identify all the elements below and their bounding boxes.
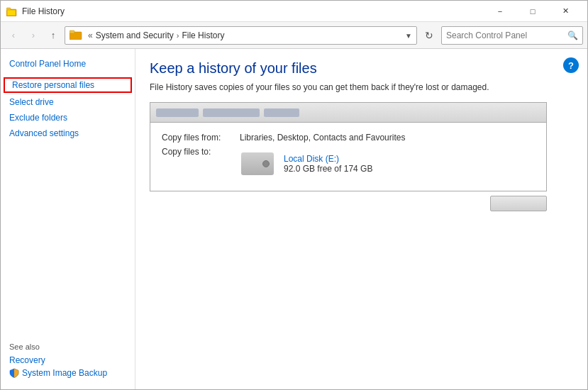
- breadcrumb-prefix: «: [88, 30, 93, 40]
- up-icon: ↑: [51, 30, 56, 40]
- sidebar-exclude-folders[interactable]: Exclude folders: [1, 110, 135, 126]
- back-icon: ‹: [12, 30, 15, 40]
- svg-rect-2: [7, 10, 16, 16]
- copy-to-label: Copy files to:: [162, 147, 240, 157]
- help-button[interactable]: ?: [563, 57, 579, 73]
- back-button[interactable]: ‹: [5, 27, 22, 44]
- window-controls: − □ ✕: [484, 1, 582, 22]
- see-also-label: See also: [9, 342, 126, 351]
- page-title: Keep a history of your files: [150, 60, 573, 77]
- address-bar: ‹ › ↑ « System and Security › File Histo…: [1, 22, 587, 49]
- placeholder-bar-1: [156, 108, 199, 117]
- refresh-icon: ↻: [425, 30, 433, 41]
- maximize-button[interactable]: □: [516, 1, 549, 22]
- breadcrumb-path1[interactable]: System and Security: [96, 30, 174, 40]
- svg-rect-4: [70, 30, 74, 33]
- sidebar-restore-personal-files[interactable]: Restore personal files: [4, 77, 132, 93]
- drive-details: Local Disk (E:) 92.0 GB free of 174 GB: [284, 154, 372, 174]
- fh-box-header: [150, 103, 546, 123]
- page-subtitle: File History saves copies of your files …: [150, 82, 573, 92]
- recovery-link[interactable]: Recovery: [9, 354, 126, 367]
- placeholder-bar-3: [264, 108, 299, 117]
- placeholder-bar-2: [203, 108, 260, 117]
- system-image-backup-label: System Image Backup: [22, 368, 107, 378]
- up-button[interactable]: ↑: [45, 27, 62, 44]
- drive-icon: [240, 151, 275, 177]
- file-history-box: Copy files from: Libraries, Desktop, Con…: [150, 102, 547, 191]
- copy-from-row: Copy files from: Libraries, Desktop, Con…: [162, 133, 535, 143]
- search-input[interactable]: [446, 30, 567, 40]
- content-area: Control Panel Home Restore personal file…: [1, 49, 587, 389]
- minimize-button[interactable]: −: [484, 1, 516, 22]
- system-image-backup-link[interactable]: System Image Backup: [9, 367, 126, 379]
- title-bar: File History − □ ✕: [1, 1, 587, 22]
- window-icon: [6, 6, 18, 17]
- drive-name[interactable]: Local Disk (E:): [284, 154, 372, 164]
- refresh-button[interactable]: ↻: [420, 26, 438, 45]
- breadcrumb-separator: ›: [177, 31, 179, 40]
- copy-from-value: Libraries, Desktop, Contacts and Favouri…: [240, 133, 405, 143]
- main-content: ? Keep a history of your files File Hist…: [135, 49, 587, 389]
- address-dropdown[interactable]: ▼: [405, 30, 412, 40]
- sidebar: Control Panel Home Restore personal file…: [1, 49, 135, 389]
- drive-info: Local Disk (E:) 92.0 GB free of 174 GB: [240, 151, 372, 177]
- close-button[interactable]: ✕: [549, 1, 582, 22]
- main-window: File History − □ ✕ ‹ › ↑ « System and Se…: [0, 0, 588, 390]
- copy-from-label: Copy files from:: [162, 133, 240, 143]
- placeholder-bars: [156, 108, 299, 117]
- see-also-section: See also Recovery System Image Backup: [1, 335, 135, 382]
- sidebar-advanced-settings[interactable]: Advanced settings: [1, 126, 135, 141]
- dropdown-icon: ▼: [405, 32, 412, 40]
- search-icon: 🔍: [567, 30, 578, 40]
- address-field[interactable]: « System and Security › File History ▼: [65, 26, 417, 45]
- breadcrumb-path2[interactable]: File History: [182, 30, 224, 40]
- copy-to-row: Copy files to: Local Disk (E:) 92.0 GB f…: [162, 147, 535, 177]
- hdd-icon: [241, 152, 274, 175]
- shield-icon: [9, 368, 19, 378]
- address-folder-icon: [70, 29, 82, 42]
- sidebar-select-drive[interactable]: Select drive: [1, 94, 135, 110]
- turn-on-button-placeholder: [490, 196, 547, 211]
- search-field[interactable]: 🔍: [441, 26, 583, 45]
- window-title: File History: [22, 6, 484, 16]
- drive-space: 92.0 GB free of 174 GB: [284, 164, 372, 174]
- turn-on-area: [150, 191, 547, 211]
- sidebar-control-panel-home[interactable]: Control Panel Home: [1, 56, 135, 72]
- forward-button[interactable]: ›: [25, 27, 42, 44]
- fh-box-body: Copy files from: Libraries, Desktop, Con…: [150, 123, 546, 191]
- forward-icon: ›: [32, 30, 35, 40]
